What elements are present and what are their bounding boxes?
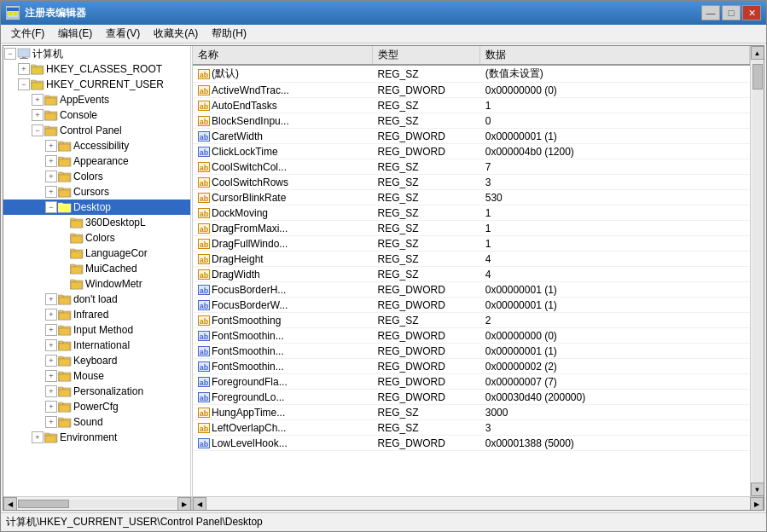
- maximize-button[interactable]: □: [722, 5, 741, 20]
- svg-rect-97: [58, 402, 63, 405]
- expand-btn-inputmethod[interactable]: +: [45, 324, 57, 336]
- table-h-track[interactable]: [206, 497, 750, 510]
- tree-node-dontload[interactable]: + don't load: [3, 292, 190, 307]
- tree-node-sound[interactable]: + Sound: [3, 414, 190, 430]
- expand-btn-mouse[interactable]: +: [45, 370, 57, 382]
- expand-btn-hkcr[interactable]: +: [18, 63, 30, 75]
- table-row[interactable]: abCursorBlinkRateREG_SZ530: [193, 190, 750, 205]
- expand-btn-appearance[interactable]: +: [45, 155, 57, 167]
- table-row[interactable]: abCaretWidthREG_DWORD0x00000001 (1): [193, 129, 750, 144]
- table-row[interactable]: abHungAppTime...REG_SZ3000: [193, 405, 750, 420]
- expand-btn-desktop[interactable]: −: [45, 201, 57, 213]
- table-row[interactable]: abFontSmoothin...REG_DWORD0x00000000 (0): [193, 328, 750, 344]
- expand-btn-accessibility[interactable]: +: [45, 140, 57, 152]
- table-scroll-up[interactable]: ▲: [751, 46, 764, 60]
- table-row[interactable]: abDragWidthREG_SZ4: [193, 267, 750, 282]
- expand-btn-infrared[interactable]: +: [45, 309, 57, 321]
- tree-node-hkcu[interactable]: − HKEY_CURRENT_USER: [3, 77, 190, 92]
- table-row[interactable]: abAutoEndTasksREG_SZ1: [193, 98, 750, 113]
- menu-view[interactable]: 查看(V): [99, 25, 147, 43]
- table-row[interactable]: abForegroundFla...REG_DWORD0x00000007 (7…: [193, 374, 750, 390]
- tree-h-track[interactable]: [18, 500, 177, 508]
- menu-edit[interactable]: 编辑(E): [51, 25, 99, 43]
- table-row[interactable]: abDragFromMaxi...REG_SZ1: [193, 221, 750, 236]
- table-row[interactable]: abCoolSwitchRowsREG_SZ3: [193, 175, 750, 190]
- tree-node-muicached[interactable]: MuiCached: [3, 261, 190, 276]
- tree-scroll-left[interactable]: ◀: [3, 497, 17, 511]
- expand-btn-environment[interactable]: +: [32, 431, 44, 443]
- expand-btn-hkcu[interactable]: −: [18, 78, 30, 90]
- expand-btn-appevents[interactable]: +: [32, 94, 44, 106]
- expand-btn-controlpanel[interactable]: −: [32, 124, 44, 136]
- table-row[interactable]: abActiveWndTrac...REG_DWORD0x00000000 (0…: [193, 83, 750, 98]
- table-row[interactable]: abFontSmoothin...REG_DWORD0x00000002 (2): [193, 359, 750, 374]
- cell-type: REG_DWORD: [372, 359, 479, 374]
- tree-node-powercfg[interactable]: + PowerCfg: [3, 399, 190, 414]
- expand-btn-colors[interactable]: +: [45, 171, 57, 182]
- expand-btn-international[interactable]: +: [45, 339, 57, 351]
- tree-node-international[interactable]: + International: [3, 338, 190, 353]
- table-row[interactable]: abDockMovingREG_SZ1: [193, 205, 750, 221]
- table-row[interactable]: abDragHeightREG_SZ4: [193, 252, 750, 267]
- menu-favorites[interactable]: 收藏夹(A): [147, 25, 205, 43]
- minimize-button[interactable]: —: [701, 5, 720, 20]
- tree-node-console[interactable]: + Console: [3, 107, 190, 123]
- expand-btn-personalization[interactable]: +: [45, 385, 57, 397]
- tree-node-personalization[interactable]: + Personalization: [3, 384, 190, 399]
- table-row[interactable]: abClickLockTimeREG_DWORD0x000004b0 (1200…: [193, 144, 750, 159]
- table-row[interactable]: abCoolSwitchCol...REG_SZ7: [193, 159, 750, 175]
- close-button[interactable]: ✕: [742, 5, 761, 20]
- tree-scroll-right[interactable]: ▶: [177, 497, 191, 511]
- table-scroll-down[interactable]: ▼: [751, 483, 764, 496]
- tree-node-cursors[interactable]: + Cursors: [3, 184, 190, 200]
- expand-btn-keyboard[interactable]: +: [45, 355, 57, 367]
- tree-h-scrollbar[interactable]: ◀ ▶: [3, 496, 192, 510]
- table-v-track[interactable]: [752, 60, 763, 483]
- table-h-scrollbar[interactable]: ◀ ▶: [193, 496, 764, 510]
- tree-node-keyboard[interactable]: + Keyboard: [3, 353, 190, 368]
- expand-btn-computer[interactable]: −: [4, 48, 16, 60]
- cell-data: 0x00000001 (1): [480, 282, 750, 298]
- table-scroll-left[interactable]: ◀: [193, 497, 206, 510]
- expand-btn-cursors[interactable]: +: [45, 186, 57, 198]
- table-row[interactable]: abLeftOverlapCh...REG_SZ3: [193, 420, 750, 436]
- table-area[interactable]: 名称 类型 数据 ab(默认)REG_SZ(数值未设置)abActiveWndT…: [193, 46, 750, 496]
- expand-btn-console[interactable]: +: [32, 109, 44, 121]
- tree-node-languageCor[interactable]: LanguageCor: [3, 246, 190, 261]
- table-v-scrollbar[interactable]: ▲ ▼: [750, 46, 764, 496]
- tree-node-colors2[interactable]: Colors: [3, 230, 190, 246]
- table-row[interactable]: abFontSmoothingREG_SZ2: [193, 313, 750, 328]
- tree-node-hkcr[interactable]: + HKEY_CLASSES_ROOT: [3, 61, 190, 77]
- reg-dword-icon: ab: [198, 131, 210, 142]
- table-row[interactable]: abFocusBorderH...REG_DWORD0x00000001 (1): [193, 282, 750, 298]
- menu-help[interactable]: 帮助(H): [205, 25, 253, 43]
- tree-node-inputmethod[interactable]: + Input Method: [3, 322, 190, 338]
- tree-node-mouse[interactable]: + Mouse: [3, 368, 190, 384]
- tree-node-appevents[interactable]: + AppEvents: [3, 92, 190, 107]
- table-row[interactable]: abFontSmoothin...REG_DWORD0x00000001 (1): [193, 344, 750, 359]
- tree-h-thumb[interactable]: [18, 500, 69, 508]
- table-row[interactable]: abFocusBorderW...REG_DWORD0x00000001 (1): [193, 298, 750, 313]
- tree-node-infrared[interactable]: + Infrared: [3, 307, 190, 322]
- table-v-thumb[interactable]: [752, 64, 763, 90]
- tree-node-accessibility[interactable]: + Accessibility: [3, 138, 190, 153]
- table-row[interactable]: abBlockSendInpu...REG_SZ0: [193, 113, 750, 129]
- menu-file[interactable]: 文件(F): [4, 25, 51, 43]
- table-row[interactable]: ab(默认)REG_SZ(数值未设置): [193, 65, 750, 83]
- tree-node-environment[interactable]: + Environment: [3, 430, 190, 445]
- tree-node-appearance[interactable]: + Appearance: [3, 153, 190, 169]
- expand-btn-dontload[interactable]: +: [45, 293, 57, 305]
- table-row[interactable]: abForegroundLo...REG_DWORD0x00030d40 (20…: [193, 390, 750, 405]
- tree-node-computer[interactable]: − 计算机: [3, 46, 190, 61]
- expand-btn-powercfg[interactable]: +: [45, 401, 57, 413]
- tree-node-360desktopL[interactable]: 360DesktopL: [3, 215, 190, 230]
- table-row[interactable]: abDragFullWindo...REG_SZ1: [193, 236, 750, 252]
- tree-node-windowMetr[interactable]: WindowMetr: [3, 276, 190, 292]
- table-scroll-right[interactable]: ▶: [750, 497, 764, 510]
- expand-btn-sound[interactable]: +: [45, 416, 57, 428]
- table-row[interactable]: abLowLevelHook...REG_DWORD0x00001388 (50…: [193, 436, 750, 451]
- tree-node-desktop[interactable]: − Desktop: [3, 200, 190, 215]
- tree-panel[interactable]: − 计算机+ HKEY_CLASSES_ROOT− HKEY_CURRENT_U…: [3, 46, 191, 496]
- tree-node-colors[interactable]: + Colors: [3, 169, 190, 184]
- tree-node-controlpanel[interactable]: − Control Panel: [3, 123, 190, 138]
